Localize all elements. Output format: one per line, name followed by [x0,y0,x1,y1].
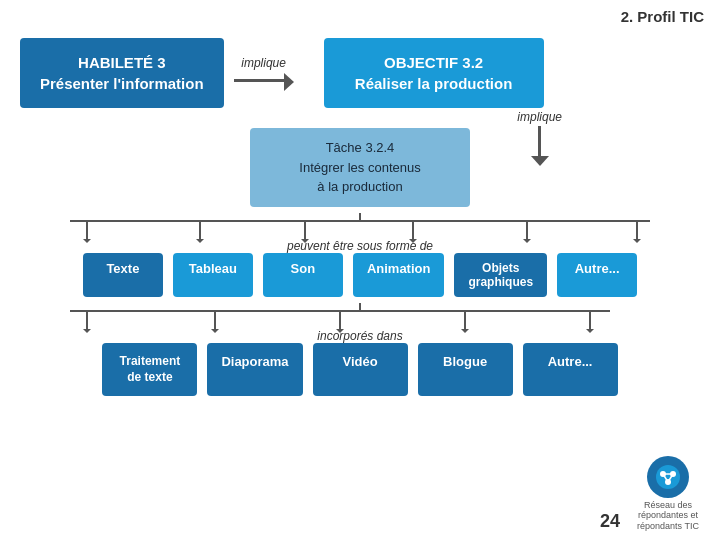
list-item: Animation [353,253,445,297]
tache-line2: Intégrer les contenus [274,158,446,178]
svg-marker-8 [83,239,91,243]
tache-line3: à la production [274,177,446,197]
connector1-label: peuvent être sous forme de [287,239,433,253]
arrow2-container: implique [517,110,562,166]
hablete-line1: HABILETÉ 3 [40,52,204,73]
svg-marker-12 [523,239,531,243]
arrow1-label: implique [241,56,286,70]
objets-label: Objetsgraphiques [468,261,533,289]
arrow1-icon [234,72,294,90]
objectif-line1: OBJECTIF 3.2 [344,52,524,73]
svg-point-26 [656,465,680,489]
list-item: Texte [83,253,163,297]
list-item: Objetsgraphiques [454,253,547,297]
svg-marker-21 [83,329,91,333]
list-item: Autre... [557,253,637,297]
logo-area: Réseau des répondantes et répondants TIC [628,456,708,532]
items-row: Texte Tableau Son Animation Objetsgraphi… [0,253,720,297]
hablete-line2: Présenter l'information [40,73,204,94]
list-item: Autre... [523,343,618,397]
list-item: Tableau [173,253,253,297]
traitement-label: Traitementde texte [120,354,181,385]
page-number: 24 [600,511,620,532]
tache-row: Tâche 3.2.4 Intégrer les contenus à la p… [0,128,720,207]
row1: HABILETÉ 3 Présenter l'information impli… [0,0,720,108]
arrow1-container: implique [234,56,294,90]
list-item: Vidéo [313,343,408,397]
arrow2-label: implique [517,110,562,124]
objectif-box: OBJECTIF 3.2 Réaliser la production [324,38,544,108]
connector1-section: peuvent être sous forme de [0,213,720,253]
bottom-row: Traitementde texte Diaporama Vidéo Blogu… [0,343,720,397]
arrow2-icon [531,126,549,166]
svg-marker-25 [586,329,594,333]
tache-box: Tâche 3.2.4 Intégrer les contenus à la p… [250,128,470,207]
svg-marker-13 [633,239,641,243]
list-item: Son [263,253,343,297]
tache-line1: Tâche 3.2.4 [274,138,446,158]
logo-text: Réseau des répondantes et répondants TIC [628,500,708,532]
connector2-label: incorporés dans [317,329,402,343]
svg-marker-24 [461,329,469,333]
svg-marker-9 [196,239,204,243]
main-container: 2. Profil TIC HABILETÉ 3 Présenter l'inf… [0,0,720,540]
svg-marker-22 [211,329,219,333]
connector2-section: incorporés dans [0,303,720,343]
page-title: 2. Profil TIC [621,8,704,25]
list-item: Traitementde texte [102,343,197,397]
objectif-line2: Réaliser la production [344,73,524,94]
logo-icon [647,456,689,498]
hablete-box: HABILETÉ 3 Présenter l'information [20,38,224,108]
list-item: Diaporama [207,343,302,397]
list-item: Blogue [418,343,513,397]
